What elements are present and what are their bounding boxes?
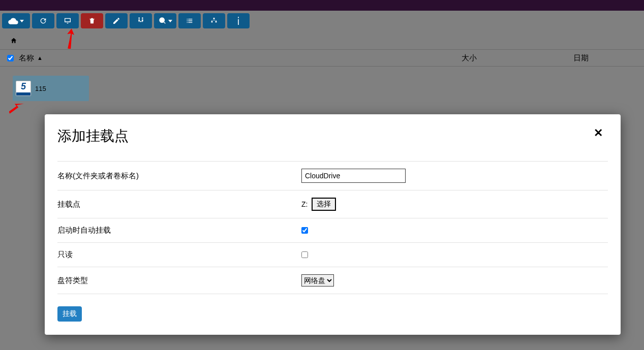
mount-drive-text: Z: bbox=[301, 200, 308, 208]
modal-title: 添加挂载点 bbox=[57, 126, 129, 146]
readonly-checkbox[interactable] bbox=[301, 251, 308, 258]
mount-button[interactable]: 挂载 bbox=[57, 306, 82, 322]
annotation-arrow bbox=[65, 28, 75, 49]
automount-label: 启动时自动挂载 bbox=[57, 226, 301, 235]
name-label: 名称(文件夹或者卷标名) bbox=[57, 171, 301, 181]
close-button[interactable]: ✕ bbox=[594, 126, 603, 140]
select-drive-button[interactable]: 选择 bbox=[312, 198, 336, 211]
drivetype-select[interactable]: 网络盘 bbox=[301, 274, 334, 287]
name-input[interactable] bbox=[301, 169, 406, 183]
mountpoint-label: 挂载点 bbox=[57, 200, 301, 209]
automount-checkbox[interactable] bbox=[301, 227, 308, 234]
add-mount-modal: 添加挂载点 ✕ 名称(文件夹或者卷标名) 挂载点 Z: 选择 启动时自动挂载 bbox=[45, 114, 621, 335]
annotation-arrow bbox=[9, 102, 24, 115]
drivetype-label: 盘符类型 bbox=[57, 276, 301, 285]
modal-overlay: 添加挂载点 ✕ 名称(文件夹或者卷标名) 挂载点 Z: 选择 启动时自动挂载 bbox=[0, 0, 644, 350]
readonly-label: 只读 bbox=[57, 250, 301, 260]
